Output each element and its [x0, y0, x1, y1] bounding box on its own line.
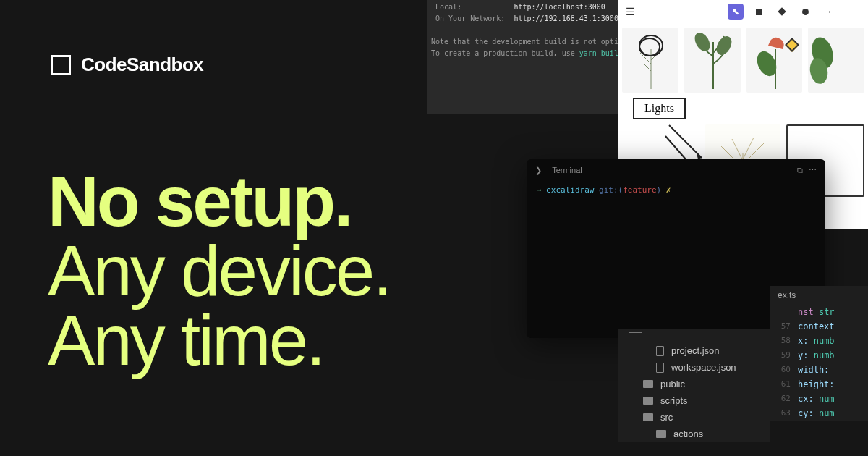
plant-card[interactable] — [622, 28, 678, 93]
terminal-title: Terminal — [552, 166, 582, 174]
tagline-line-2: Any device. — [48, 236, 391, 305]
code-line[interactable]: 62cx: num — [770, 392, 868, 406]
file-explorer: project.jsonworkspace.jsonpublicscriptss… — [618, 329, 770, 442]
lights-label[interactable]: Lights — [633, 98, 686, 119]
code-content: cy: num — [798, 408, 835, 418]
svg-line-7 — [669, 125, 702, 158]
hamburger-icon[interactable]: ☰ — [626, 6, 635, 17]
item-label: workspace.json — [671, 362, 736, 373]
code-content: width: — [798, 365, 829, 375]
folder-icon — [643, 380, 653, 388]
dev-server-panel: Local: http://localhost:3000 On Your Net… — [427, 0, 618, 114]
split-icon[interactable]: ⧉ — [797, 166, 803, 175]
code-content: x: numb — [798, 336, 835, 346]
code-editor: ex.ts nst str57context58x: numb59y: numb… — [770, 286, 868, 421]
line-number: 63 — [770, 408, 791, 418]
prompt-git: git:( — [599, 185, 623, 195]
item-label: public — [660, 379, 685, 389]
code-content: context — [798, 321, 835, 332]
code-content: y: numb — [798, 350, 835, 360]
file-icon — [656, 363, 664, 373]
code-line[interactable]: 60width: — [770, 363, 868, 377]
item-label: actions — [673, 428, 703, 439]
local-url: http://localhost:3000 — [514, 3, 605, 11]
item-label: src — [660, 412, 673, 423]
tagline-line-3: Any time. — [48, 305, 391, 375]
folder-icon — [643, 413, 653, 421]
file-item[interactable]: workspace.json — [618, 359, 770, 376]
folder-icon — [643, 397, 653, 405]
circle-tool[interactable] — [797, 4, 813, 20]
cursor-tool[interactable]: ⬉ — [728, 4, 744, 20]
build-note-2: To create a production build, use — [427, 49, 579, 57]
brand-name: CodeSandbox — [81, 54, 203, 76]
folder-item[interactable]: scripts — [618, 392, 770, 409]
line-number: 59 — [770, 350, 791, 360]
item-label: scripts — [660, 395, 688, 406]
line-number: 62 — [770, 394, 791, 404]
code-line[interactable]: 61height: — [770, 377, 868, 392]
line-number: 57 — [770, 321, 791, 332]
drawing-toolbar: ⬉ → — — [728, 4, 859, 20]
code-line[interactable]: 57context — [770, 319, 868, 334]
build-command: yarn build — [579, 49, 623, 57]
code-content: cx: num — [798, 394, 835, 404]
plant-card[interactable] — [746, 28, 803, 93]
line-number: 58 — [770, 336, 791, 346]
code-line[interactable]: 58x: numb — [770, 334, 868, 348]
arrow-tool[interactable]: → — [820, 4, 836, 20]
svg-point-2 — [692, 30, 713, 54]
editor-tab[interactable]: ex.ts — [770, 286, 868, 305]
plant-card[interactable] — [684, 28, 741, 93]
code-content: nst str — [798, 307, 835, 317]
collapse-icon[interactable] — [629, 332, 642, 333]
prompt-icon: ❯_ — [535, 166, 546, 175]
prompt-path: excalidraw — [546, 185, 594, 195]
prompt-branch: feature — [623, 185, 656, 195]
svg-point-3 — [713, 33, 735, 57]
line-number: 61 — [770, 379, 791, 389]
plant-row-1 — [622, 28, 864, 93]
diamond-tool[interactable] — [774, 4, 790, 20]
code-content: height: — [798, 379, 835, 389]
more-icon[interactable]: ⋯ — [809, 166, 817, 175]
line-tool[interactable]: — — [843, 4, 859, 20]
line-number: 60 — [770, 365, 791, 375]
code-line[interactable]: 59y: numb — [770, 348, 868, 363]
plant-card[interactable] — [808, 28, 864, 93]
prompt-arrow: → — [537, 185, 542, 195]
folder-item[interactable]: src — [618, 409, 770, 426]
line-number — [770, 307, 791, 317]
folder-icon — [656, 430, 666, 438]
code-line[interactable]: 63cy: num — [770, 406, 868, 421]
folder-item[interactable]: public — [618, 376, 770, 392]
folder-item[interactable]: actions — [618, 426, 770, 442]
tagline-line-1: No setup. — [48, 166, 391, 236]
terminal-body[interactable]: → excalidraw git:(feature) ✗ — [527, 181, 825, 199]
square-tool[interactable] — [751, 4, 767, 20]
terminal-header: ❯_ Terminal ⧉ ⋯ — [527, 159, 825, 181]
item-label: project.json — [671, 345, 719, 356]
brand-logo: CodeSandbox — [51, 54, 203, 76]
svg-point-1 — [639, 38, 660, 56]
build-note-1: Note that the development build is not o… — [427, 36, 618, 48]
file-item[interactable]: project.json — [618, 342, 770, 359]
network-label: On Your Network: — [427, 14, 505, 22]
file-icon — [656, 346, 664, 356]
code-line[interactable]: nst str — [770, 305, 868, 319]
local-label: Local: — [427, 3, 461, 11]
logo-icon — [51, 55, 71, 75]
network-url: http://192.168.43.1:3000 — [514, 14, 618, 22]
prompt-dirty-icon: ✗ — [666, 185, 671, 195]
tagline: No setup. Any device. Any time. — [48, 166, 391, 375]
